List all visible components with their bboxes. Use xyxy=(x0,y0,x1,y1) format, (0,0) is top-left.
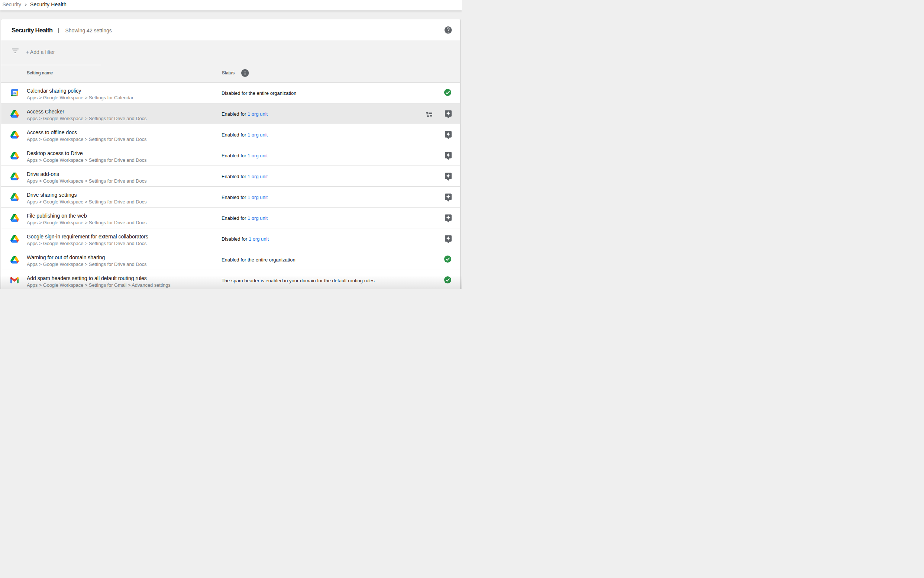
svg-text:31: 31 xyxy=(13,91,16,94)
